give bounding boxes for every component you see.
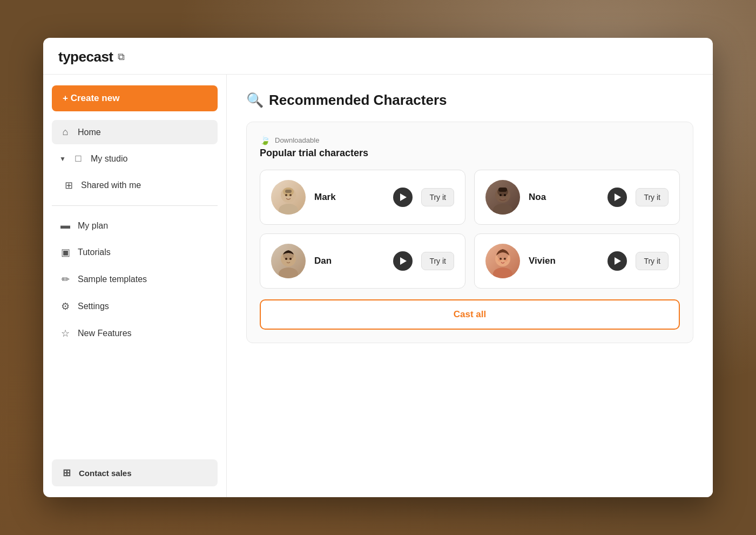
tutorials-icon: ▣: [59, 246, 71, 258]
sidebar-item-shared-label: Shared with me: [81, 180, 141, 190]
sidebar-item-my-studio[interactable]: ▼ □ My studio: [52, 146, 218, 171]
sidebar-item-shared-with-me[interactable]: ⊞ Shared with me: [52, 173, 218, 198]
settings-icon: ⚙: [59, 300, 71, 312]
characters-grid: Mark Try it: [260, 170, 680, 289]
svg-point-7: [493, 204, 512, 215]
svg-point-22: [498, 258, 501, 262]
characters-container: 🍃 Downloadable Popular trial characters: [246, 122, 693, 343]
sidebar-item-my-plan-label: My plan: [78, 221, 108, 231]
avatar-vivien: [485, 244, 520, 278]
sidebar-item-templates-label: Sample templates: [78, 275, 147, 284]
header: typecast ⧉: [43, 38, 713, 75]
folder-icon: □: [72, 153, 84, 164]
popular-trial-title: Popular trial characters: [260, 148, 680, 159]
sidebar-item-home[interactable]: ⌂ Home: [52, 120, 218, 144]
sidebar-item-home-label: Home: [78, 128, 101, 137]
contact-icon: ⊞: [60, 467, 72, 479]
magnifier-icon: 🔍: [246, 92, 264, 109]
svg-point-15: [285, 258, 287, 260]
character-name-dan: Dan: [314, 256, 384, 266]
main-layout: + Create new ⌂ Home ▼ □ My studio ⊞ Shar…: [43, 75, 713, 497]
avatar-noa: [485, 180, 520, 215]
sidebar-item-tutorials[interactable]: ▣ Tutorials: [52, 240, 218, 265]
external-link-icon[interactable]: ⧉: [118, 51, 125, 63]
downloadable-badge: 🍃 Downloadable: [260, 135, 680, 145]
svg-point-23: [504, 258, 508, 262]
play-button-mark[interactable]: [393, 188, 413, 207]
svg-point-1: [279, 204, 298, 215]
main-content: 🔍 Recommended Characters 🍃 Downloadable …: [227, 75, 713, 497]
star-icon: ☆: [59, 327, 71, 339]
play-triangle-dan: [400, 257, 407, 265]
sidebar-item-new-features[interactable]: ☆ New Features: [52, 321, 218, 346]
sidebar: + Create new ⌂ Home ▼ □ My studio ⊞ Shar…: [43, 75, 227, 497]
svg-point-13: [279, 268, 298, 278]
cast-all-button[interactable]: Cast all: [260, 299, 680, 330]
plan-icon: ▬: [59, 220, 71, 231]
character-card-dan[interactable]: Dan Try it: [260, 233, 465, 289]
character-name-mark: Mark: [314, 192, 384, 203]
character-card-mark[interactable]: Mark Try it: [260, 170, 465, 225]
avatar-mark: [271, 180, 306, 215]
svg-point-5: [289, 194, 292, 196]
try-it-button-mark[interactable]: Try it: [421, 188, 454, 206]
section-title: 🔍 Recommended Characters: [246, 92, 693, 109]
try-it-button-noa[interactable]: Try it: [636, 188, 669, 206]
play-triangle-mark: [400, 193, 407, 201]
try-it-button-vivien[interactable]: Try it: [636, 252, 669, 270]
character-card-vivien[interactable]: Vivien Try it: [474, 233, 680, 289]
app-window: typecast ⧉ + Create new ⌂ Home ▼ □ My st…: [43, 38, 713, 497]
try-it-button-dan[interactable]: Try it: [421, 252, 454, 270]
section-title-text: Recommended Characters: [269, 92, 447, 109]
play-button-noa[interactable]: [608, 188, 627, 207]
nav-divider: [52, 205, 218, 206]
character-name-noa: Noa: [529, 192, 599, 203]
sidebar-item-tutorials-label: Tutorials: [78, 248, 111, 257]
svg-rect-3: [285, 190, 292, 193]
avatar-dan: [271, 244, 306, 278]
play-button-vivien[interactable]: [608, 251, 627, 271]
svg-point-10: [500, 194, 502, 196]
sidebar-item-my-studio-label: My studio: [91, 154, 127, 164]
svg-point-18: [493, 268, 512, 278]
create-new-button[interactable]: + Create new: [52, 85, 218, 111]
leaf-icon: 🍃: [260, 135, 271, 145]
downloadable-text: Downloadable: [275, 136, 319, 144]
chevron-icon: ▼: [59, 155, 66, 163]
play-triangle-vivien: [615, 257, 621, 265]
home-icon: ⌂: [59, 126, 71, 138]
svg-point-4: [285, 194, 287, 196]
sidebar-item-new-features-label: New Features: [78, 329, 132, 338]
svg-point-11: [504, 194, 506, 196]
svg-rect-9: [498, 188, 507, 192]
contact-sales-label: Contact sales: [79, 469, 132, 478]
character-name-vivien: Vivien: [529, 256, 599, 266]
play-button-dan[interactable]: [393, 251, 413, 271]
sidebar-item-settings[interactable]: ⚙ Settings: [52, 294, 218, 319]
play-triangle-noa: [615, 193, 621, 201]
templates-icon: ✏: [59, 273, 71, 285]
shared-icon: ⊞: [63, 179, 75, 191]
contact-sales-button[interactable]: ⊞ Contact sales: [52, 459, 218, 486]
logo-text: typecast: [58, 49, 113, 65]
character-card-noa[interactable]: Noa Try it: [474, 170, 680, 225]
sidebar-item-settings-label: Settings: [78, 302, 109, 311]
sidebar-item-my-plan[interactable]: ▬ My plan: [52, 213, 218, 238]
sidebar-item-sample-templates[interactable]: ✏ Sample templates: [52, 267, 218, 292]
svg-point-16: [289, 258, 292, 260]
